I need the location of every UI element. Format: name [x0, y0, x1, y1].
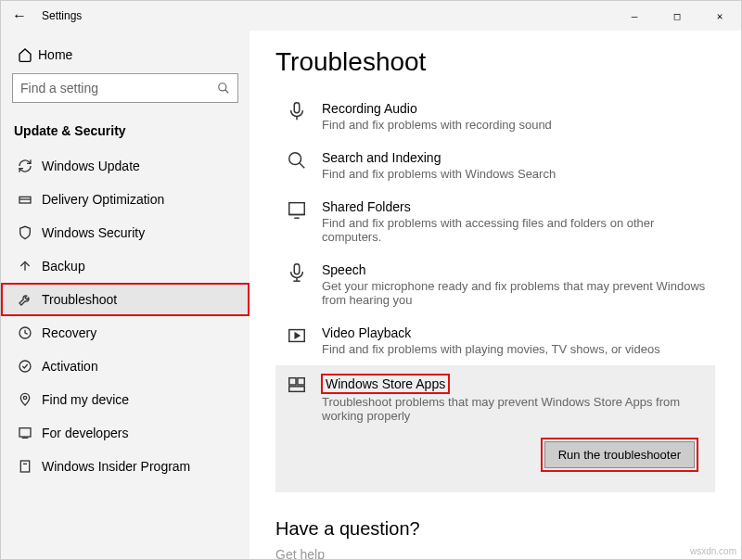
page-title: Troubleshoot [275, 47, 715, 77]
back-button[interactable]: ← [1, 7, 38, 24]
svg-rect-25 [298, 378, 304, 385]
sidebar-item-label: Backup [42, 259, 85, 274]
apps-icon [283, 375, 322, 483]
titlebar: ← Settings — □ ✕ [1, 1, 741, 31]
sidebar-section-header: Update & Security [1, 120, 249, 149]
svg-rect-8 [19, 428, 31, 437]
sidebar-item-find-my-device[interactable]: Find my device [1, 383, 249, 416]
microphone-icon [283, 101, 322, 132]
search-icon [217, 82, 230, 95]
sync-icon [18, 159, 42, 173]
svg-point-0 [219, 83, 226, 91]
svg-line-1 [225, 90, 229, 94]
sidebar-item-recovery[interactable]: Recovery [1, 316, 249, 350]
troubleshoot-label: Windows Store Apps [322, 375, 449, 393]
troubleshoot-video-playback[interactable]: Video Playback Find and fix problems wit… [275, 316, 715, 365]
have-a-question: Have a question? [275, 518, 715, 540]
run-troubleshooter-button[interactable]: Run the troubleshooter [544, 441, 695, 468]
check-icon [18, 359, 42, 374]
svg-marker-23 [295, 333, 300, 338]
svg-point-14 [289, 153, 301, 165]
search-icon [283, 150, 322, 181]
dev-icon [18, 426, 42, 440]
sidebar-item-label: Troubleshoot [42, 292, 117, 307]
troubleshoot-desc: Find and fix problems with Windows Searc… [322, 167, 708, 181]
home-label: Home [38, 47, 72, 62]
svg-rect-24 [289, 378, 296, 385]
watermark: wsxdn.com [690, 546, 736, 556]
sidebar: Home Find a setting Update & Security Wi… [1, 31, 249, 559]
sidebar-item-backup[interactable]: Backup [1, 249, 249, 283]
sidebar-item-label: For developers [42, 426, 128, 440]
folder-icon [283, 199, 322, 244]
close-button[interactable]: ✕ [698, 1, 741, 31]
sidebar-item-label: Windows Security [42, 225, 145, 240]
speech-icon [283, 262, 322, 307]
wrench-icon [18, 292, 42, 307]
troubleshoot-label: Video Playback [322, 325, 708, 340]
sidebar-item-windows-update[interactable]: Windows Update [1, 149, 249, 183]
maximize-button[interactable]: □ [656, 1, 698, 31]
svg-rect-16 [289, 203, 305, 215]
sidebar-item-windows-insider[interactable]: Windows Insider Program [1, 450, 249, 483]
troubleshoot-recording-audio[interactable]: Recording Audio Find and fix problems wi… [275, 92, 715, 141]
troubleshoot-label: Recording Audio [322, 101, 708, 116]
troubleshoot-label: Speech [322, 262, 708, 277]
svg-line-15 [300, 163, 305, 169]
main-content: Troubleshoot Recording Audio Find and fi… [249, 31, 741, 559]
sidebar-item-activation[interactable]: Activation [1, 350, 249, 383]
troubleshoot-label: Search and Indexing [322, 150, 708, 165]
svg-rect-12 [294, 103, 300, 113]
window-title: Settings [38, 9, 613, 22]
sidebar-item-label: Delivery Optimization [42, 192, 164, 207]
sidebar-item-delivery-optimization[interactable]: Delivery Optimization [1, 183, 249, 216]
troubleshoot-label: Shared Folders [322, 199, 708, 214]
svg-rect-26 [289, 387, 305, 392]
search-input[interactable]: Find a setting [12, 73, 238, 103]
sidebar-item-label: Windows Insider Program [42, 459, 190, 474]
get-help-link[interactable]: Get help [275, 547, 715, 559]
minimize-button[interactable]: — [613, 1, 656, 31]
delivery-icon [18, 192, 42, 207]
search-placeholder: Find a setting [20, 81, 217, 95]
sidebar-item-troubleshoot[interactable]: Troubleshoot [1, 283, 249, 316]
troubleshoot-desc: Find and fix problems with playing movie… [322, 342, 708, 356]
sidebar-item-windows-security[interactable]: Windows Security [1, 216, 249, 249]
shield-icon [18, 225, 42, 240]
sidebar-item-label: Activation [42, 359, 98, 374]
sidebar-home[interactable]: Home [1, 42, 249, 71]
troubleshoot-desc: Troubleshoot problems that may prevent W… [322, 395, 708, 423]
svg-point-7 [23, 396, 26, 399]
sidebar-item-label: Find my device [42, 392, 129, 407]
troubleshoot-windows-store-apps[interactable]: Windows Store Apps Troubleshoot problems… [275, 365, 715, 492]
home-icon [18, 47, 38, 62]
troubleshoot-desc: Find and fix problems with accessing fil… [322, 216, 708, 244]
location-icon [18, 392, 42, 407]
troubleshoot-shared-folders[interactable]: Shared Folders Find and fix problems wit… [275, 190, 715, 253]
recovery-icon [18, 325, 42, 340]
svg-rect-10 [20, 461, 29, 472]
troubleshoot-desc: Get your microphone ready and fix proble… [322, 279, 708, 307]
backup-icon [18, 259, 42, 274]
insider-icon [18, 459, 42, 474]
troubleshoot-speech[interactable]: Speech Get your microphone ready and fix… [275, 253, 715, 316]
svg-point-6 [19, 361, 31, 372]
video-icon [283, 325, 322, 356]
troubleshoot-desc: Find and fix problems with recording sou… [322, 118, 708, 132]
troubleshoot-search-indexing[interactable]: Search and Indexing Find and fix problem… [275, 141, 715, 190]
svg-rect-19 [294, 264, 300, 274]
sidebar-item-for-developers[interactable]: For developers [1, 416, 249, 450]
sidebar-item-label: Windows Update [42, 159, 140, 173]
sidebar-item-label: Recovery [42, 325, 96, 340]
